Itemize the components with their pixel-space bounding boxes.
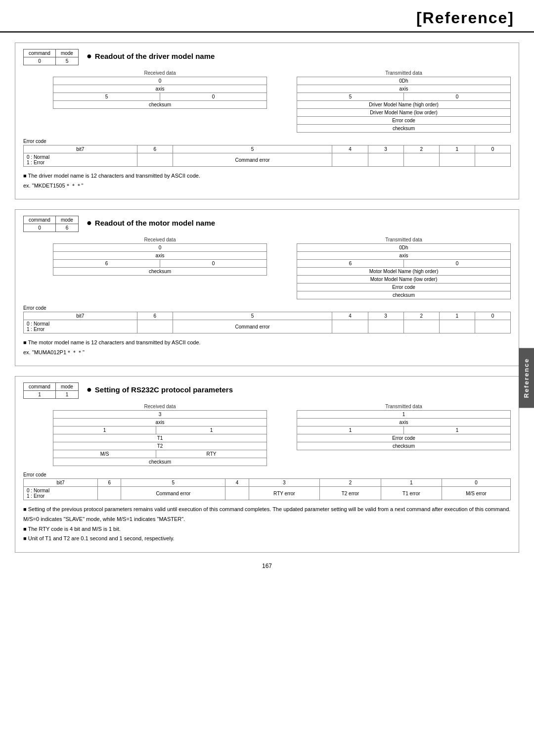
t1-row4: Driver Model Name (low order) (297, 109, 511, 117)
section3-command: 1 (24, 391, 56, 399)
err1-6 (137, 153, 173, 167)
r3-row2-c2: 1 (156, 426, 267, 434)
err1-bit1: 1 (439, 145, 475, 153)
section3-note3: ■ The RTY code is 4 bit and M/S is 1 bit… (23, 525, 511, 534)
err3-bit7: bit7 (24, 479, 98, 487)
section2-transmitted-table: 0Dh axis 6 0 Motor Model Name (high orde… (297, 243, 511, 299)
err1-3 (368, 153, 403, 167)
section2-header: command mode 0 6 ● Readout of the motor … (23, 216, 511, 232)
r1-row3: checksum (53, 101, 267, 109)
err2-bit3: 3 (368, 312, 403, 320)
section1-title-text: Readout of the driver model name (95, 52, 215, 60)
t1-row3: Driver Model Name (high order) (297, 101, 511, 109)
err2-normal-error: 0 : Normal1 : Error (24, 320, 137, 333)
r1-row0: 0 (53, 77, 267, 85)
section1-received-table: 0 axis 5 0 checksum (53, 77, 267, 109)
section1-transmitted-table: 0Dh axis 5 0 Driver Model Name (high ord… (297, 77, 511, 133)
section3-notes: ■ Setting of the previous protocol param… (23, 505, 511, 543)
err1-bit2: 2 (403, 145, 439, 153)
r2-row3: checksum (53, 268, 267, 276)
err3-cmd-error: Command error (121, 487, 225, 500)
section2-error: Error code bit7 6 5 4 3 2 1 0 0 : Normal… (23, 305, 511, 333)
section1-command: 0 (24, 57, 56, 65)
err2-bit4: 4 (332, 312, 368, 320)
section1-received-label: Received data (53, 70, 267, 76)
section3-transmitted: Transmitted data 1 axis 1 1 Error code c… (297, 404, 511, 466)
section1-title: ● Readout of the driver model name (87, 49, 215, 61)
t2-row0: 0Dh (297, 244, 511, 252)
err3-ms-error: M/S error (442, 487, 511, 500)
t1-row5: Error code (297, 117, 511, 125)
t1-row6: checksum (297, 125, 511, 133)
err2-bit7: bit7 (24, 312, 137, 320)
err2-1 (439, 320, 475, 333)
section2-mode: 6 (55, 224, 78, 232)
err3-t1-error: T1 error (381, 487, 442, 500)
cmd-label: command (24, 49, 56, 57)
t2-row2-c2: 0 (404, 260, 511, 268)
section1-cmd-table: command mode 0 5 (23, 49, 79, 65)
err2-bit1: 1 (439, 312, 475, 320)
err3-bit0: 0 (442, 479, 511, 487)
section2-note2: ex. "MUMA012P1＊＊＊" (23, 348, 511, 357)
page-number: 167 (0, 563, 534, 569)
err3-bit5: 5 (121, 479, 225, 487)
err3-bit3: 3 (249, 479, 320, 487)
err3-t2-error: T2 error (320, 487, 381, 500)
err2-6 (137, 320, 173, 333)
r3-row2-c1: 1 (53, 426, 156, 434)
right-tab-text: Reference (523, 358, 530, 398)
err1-0 (475, 153, 510, 167)
cmd-label3: command (24, 383, 56, 391)
t1-row2-c2: 0 (403, 93, 510, 101)
section3-cmd-table: command mode 1 1 (23, 382, 79, 399)
r2-row2-c1: 6 (53, 260, 160, 268)
err3-rty-error: RTY error (249, 487, 320, 500)
err3-4 (225, 487, 249, 500)
section1-notes: ■ The driver model name is 12 characters… (23, 172, 511, 190)
section1-transmitted-label: Transmitted data (297, 70, 511, 76)
err1-bit4: 4 (332, 145, 368, 153)
err3-normal-error: 0 : Normal1 : Error (24, 487, 98, 500)
err2-cmd-error: Command error (173, 320, 332, 333)
section3-data-area: Received data 3 axis 1 1 T1 T2 M/S RTY c… (53, 404, 511, 466)
section3-title-text: Setting of RS232C protocol parameters (95, 385, 233, 394)
t2-row6: checksum (297, 291, 511, 299)
err2-3 (368, 320, 403, 333)
page-header: [Reference] (0, 0, 534, 33)
section3-transmitted-table: 1 axis 1 1 Error code checksum (297, 410, 511, 450)
t3-row2-c1: 1 (297, 426, 404, 434)
err2-4 (332, 320, 368, 333)
r3-row6: checksum (53, 458, 267, 466)
section2-note1: ■ The motor model name is 12 characters … (23, 338, 511, 347)
mode-label: mode (55, 49, 78, 57)
t3-row3: Error code (297, 434, 511, 442)
section2-notes: ■ The motor model name is 12 characters … (23, 338, 511, 357)
right-tab: Reference (519, 348, 534, 408)
err3-6 (98, 487, 121, 500)
r3-row5-c1: M/S (53, 450, 156, 458)
section2-error-table: bit7 6 5 4 3 2 1 0 0 : Normal1 : Error C… (23, 312, 511, 333)
err1-cmd-error: Command error (173, 153, 332, 167)
t2-row2-c1: 6 (297, 260, 404, 268)
section2-separator (277, 237, 287, 299)
section3-note4: ■ Unit of T1 and T2 are 0.1 second and 1… (23, 534, 511, 543)
r1-row2-c1: 5 (53, 93, 160, 101)
section3-received-table: 3 axis 1 1 T1 T2 M/S RTY checksum (53, 410, 267, 466)
err1-bit5: 5 (173, 145, 332, 153)
r1-row1: axis (53, 85, 267, 93)
section3-separator (277, 404, 287, 466)
r3-row4: T2 (53, 442, 267, 450)
section1-error-table: bit7 6 5 4 3 2 1 0 0 : Normal1 : Error C… (23, 145, 511, 167)
section2-transmitted: Transmitted data 0Dh axis 6 0 Motor Mode… (297, 237, 511, 299)
section3-error: Error code bit7 6 5 4 3 2 1 0 0 : Normal… (23, 472, 511, 500)
err2-bit5: 5 (173, 312, 332, 320)
section1-separator (277, 70, 287, 133)
err2-0 (475, 320, 510, 333)
err3-bit1: 1 (381, 479, 442, 487)
section2-error-label: Error code (23, 305, 511, 311)
section3-title: ● Setting of RS232C protocol parameters (87, 382, 233, 395)
t2-row1: axis (297, 252, 511, 260)
err1-1 (439, 153, 475, 167)
t3-row2-c2: 1 (404, 426, 511, 434)
